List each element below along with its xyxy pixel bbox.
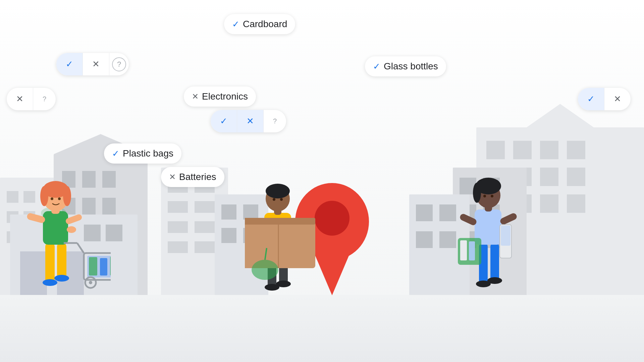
svg-point-60 bbox=[491, 195, 493, 197]
svg-rect-8 bbox=[43, 211, 68, 245]
svg-line-20 bbox=[77, 243, 84, 253]
check-filter-btn[interactable]: ✓ bbox=[578, 88, 604, 110]
glass-bottles-label: Glass bottles bbox=[384, 61, 438, 72]
svg-rect-62 bbox=[501, 226, 511, 246]
svg-point-17 bbox=[58, 197, 61, 200]
svg-rect-25 bbox=[110, 256, 111, 276]
svg-point-59 bbox=[483, 195, 486, 197]
batteries-label: Batteries bbox=[179, 172, 216, 182]
svg-rect-5 bbox=[57, 243, 66, 278]
plastic-bags-chip: ✓ Plastic bags bbox=[104, 143, 181, 164]
person-left bbox=[17, 153, 111, 297]
middle-filter-group[interactable]: ✓ ✕ ? bbox=[211, 110, 286, 132]
plastic-bags-label: Plastic bags bbox=[123, 148, 173, 159]
svg-rect-54 bbox=[499, 212, 518, 226]
svg-point-14 bbox=[40, 186, 48, 206]
svg-point-46 bbox=[252, 260, 278, 280]
svg-point-18 bbox=[67, 226, 76, 233]
check-filter-btn[interactable]: ✓ bbox=[56, 53, 83, 75]
person-middle bbox=[245, 156, 319, 297]
question-filter-btn[interactable]: ? bbox=[112, 57, 126, 71]
cross-icon: ✕ bbox=[192, 92, 199, 101]
check-icon: ✓ bbox=[112, 148, 119, 159]
svg-rect-65 bbox=[469, 241, 475, 260]
svg-point-51 bbox=[487, 277, 502, 284]
svg-point-42 bbox=[280, 198, 283, 201]
ground bbox=[0, 295, 644, 362]
check-filter-btn[interactable]: ✓ bbox=[211, 110, 237, 132]
cross-filter-btn[interactable]: ✕ bbox=[604, 88, 631, 110]
cross-filter-btn[interactable]: ✕ bbox=[83, 53, 109, 75]
question-filter-btn[interactable]: ? bbox=[33, 89, 56, 109]
cross-filter-btn-blue[interactable]: ✕ bbox=[237, 110, 264, 132]
electronics-chip: ✕ Electronics bbox=[184, 86, 256, 107]
svg-rect-43 bbox=[245, 218, 315, 268]
svg-point-28 bbox=[89, 281, 92, 284]
svg-point-40 bbox=[266, 184, 290, 198]
svg-point-6 bbox=[43, 279, 57, 286]
svg-point-15 bbox=[63, 186, 71, 206]
svg-point-41 bbox=[273, 198, 275, 201]
svg-rect-4 bbox=[45, 243, 55, 283]
scene: ✓ Cardboard ✓ Glass bottles ✕ Electronic… bbox=[0, 0, 644, 362]
svg-point-16 bbox=[51, 197, 53, 200]
question-filter-btn[interactable]: ? bbox=[264, 111, 286, 131]
glass-bottles-chip: ✓ Glass bottles bbox=[365, 56, 446, 76]
check-icon: ✓ bbox=[232, 19, 239, 29]
left-filter-group[interactable]: ✕ ? bbox=[7, 88, 56, 110]
batteries-chip: ✕ Batteries bbox=[161, 167, 224, 187]
svg-rect-44 bbox=[245, 218, 315, 225]
check-icon: ✓ bbox=[373, 61, 380, 72]
svg-rect-64 bbox=[460, 240, 467, 260]
svg-point-1 bbox=[315, 201, 350, 236]
svg-point-58 bbox=[473, 183, 481, 203]
person-right bbox=[456, 153, 523, 297]
cross-filter-btn[interactable]: ✕ bbox=[7, 88, 33, 110]
cardboard-chip: ✓ Cardboard bbox=[224, 14, 295, 34]
svg-rect-23 bbox=[89, 257, 97, 276]
svg-rect-24 bbox=[100, 258, 107, 276]
cardboard-label: Cardboard bbox=[243, 19, 287, 29]
svg-rect-49 bbox=[490, 243, 499, 282]
svg-point-34 bbox=[276, 281, 291, 287]
top-filter-group[interactable]: ✓ ✕ ? bbox=[56, 53, 129, 75]
cross-icon: ✕ bbox=[169, 172, 176, 182]
electronics-label: Electronics bbox=[202, 91, 248, 102]
right-filter-group[interactable]: ✓ ✕ bbox=[578, 88, 631, 110]
svg-point-7 bbox=[54, 275, 69, 282]
